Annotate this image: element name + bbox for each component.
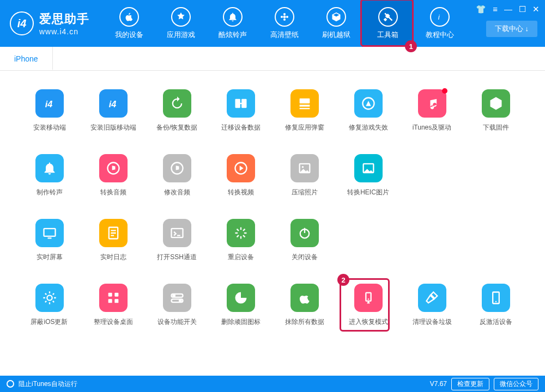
- box-icon: [326, 7, 346, 27]
- svg-text:i4: i4: [108, 99, 116, 109]
- tool-deactivate[interactable]: 反激活设备: [464, 284, 528, 327]
- tool-edit-audio[interactable]: 修改音频: [145, 154, 209, 197]
- tool-convert-audio[interactable]: 转换音频: [81, 154, 145, 197]
- power-icon: [290, 219, 319, 247]
- grid-icon: [99, 284, 128, 312]
- svg-rect-10: [299, 99, 310, 103]
- tool-label: 修改音频: [164, 188, 190, 197]
- svg-point-18: [301, 166, 304, 168]
- tool-label: 设备功能开关: [158, 317, 197, 327]
- svg-point-45: [495, 301, 496, 302]
- tool-label: 抹除所有数据: [285, 317, 324, 327]
- tool-label: 下载固件: [483, 123, 509, 132]
- menu-icon[interactable]: ≡: [493, 4, 498, 14]
- tool-convert-heic[interactable]: 转换HEIC图片: [336, 154, 400, 197]
- close-button[interactable]: ✕: [532, 4, 540, 14]
- svg-rect-20: [44, 229, 55, 236]
- logo-icon: i4: [10, 11, 34, 35]
- app-title: 爱思助手: [39, 11, 89, 27]
- tool-label: 打开SSH通道: [157, 253, 197, 262]
- nav-label: 教程中心: [426, 30, 454, 40]
- tool-label: 实时日志: [100, 253, 126, 262]
- tool-live-screen[interactable]: 实时屏幕: [17, 219, 81, 262]
- nav-apps-games[interactable]: 应用游戏: [155, 0, 207, 47]
- nav-ringtones[interactable]: 酷炫铃声: [207, 0, 258, 47]
- tool-arrange-desktop[interactable]: 整理设备桌面: [81, 284, 145, 327]
- tool-fix-app-popup[interactable]: 修复应用弹窗: [272, 89, 336, 132]
- tool-label: 制作铃声: [37, 188, 63, 197]
- svg-point-43: [367, 298, 368, 299]
- tool-fix-game[interactable]: 修复游戏失效: [336, 89, 400, 132]
- tool-install-old-mobile[interactable]: i4安装旧版移动端: [81, 89, 145, 132]
- tool-backup-restore[interactable]: 备份/恢复数据: [145, 89, 209, 132]
- nav-tutorials[interactable]: i 教程中心: [414, 0, 465, 47]
- tool-delete-stubborn-icons[interactable]: 删除顽固图标: [209, 284, 272, 327]
- tool-make-ringtone[interactable]: 制作铃声: [17, 154, 81, 197]
- nav-label: 高清壁纸: [270, 30, 299, 40]
- tool-recovery-mode[interactable]: 进入恢复模式 2: [336, 284, 400, 327]
- tool-erase-all[interactable]: 抹除所有数据: [272, 284, 336, 327]
- svg-rect-11: [299, 105, 310, 107]
- toggle-icon: [163, 284, 191, 312]
- nav-wallpapers[interactable]: 高清壁纸: [258, 0, 310, 47]
- version-label: V7.67: [430, 380, 447, 388]
- tool-feature-switch[interactable]: 设备功能开关: [145, 284, 209, 327]
- bell-icon: [223, 7, 243, 27]
- tool-label: 清理设备垃圾: [413, 317, 452, 327]
- shirt-icon[interactable]: 👕: [476, 4, 486, 14]
- svg-rect-36: [108, 299, 112, 303]
- terminal-icon: [163, 219, 191, 247]
- tool-label: 安装旧版移动端: [90, 123, 136, 132]
- download-center-button[interactable]: 下载中心 ↓: [486, 21, 537, 37]
- tool-restart[interactable]: 重启设备: [209, 219, 272, 262]
- tool-convert-video[interactable]: 转换视频: [209, 154, 272, 197]
- apple-icon: [290, 284, 319, 312]
- tool-shutdown[interactable]: 关闭设备: [272, 219, 336, 262]
- notification-dot: [442, 88, 447, 94]
- appleid-icon: [290, 89, 319, 118]
- minimize-button[interactable]: —: [504, 4, 512, 14]
- appstore-icon: [354, 89, 383, 118]
- block-itunes-toggle[interactable]: 阻止iTunes自动运行: [19, 379, 77, 389]
- nav-label: 酷炫铃声: [219, 30, 247, 40]
- svg-point-41: [178, 299, 181, 302]
- app-subtitle: www.i4.cn: [39, 27, 89, 36]
- flower-icon: [275, 7, 294, 27]
- broom-icon: [418, 284, 446, 312]
- svg-text:i: i: [438, 13, 440, 21]
- tool-download-firmware[interactable]: 下载固件: [464, 89, 528, 132]
- tool-clean-junk[interactable]: 清理设备垃圾: [400, 284, 464, 327]
- nav-label: 工具箱: [377, 30, 398, 40]
- tool-open-ssh[interactable]: 打开SSH通道: [145, 219, 209, 262]
- svg-text:i4: i4: [45, 99, 52, 109]
- tool-install-mobile[interactable]: i4安装移动端: [17, 89, 81, 132]
- svg-point-39: [172, 294, 175, 297]
- monitor-icon: [35, 219, 64, 247]
- check-update-button[interactable]: 检查更新: [451, 378, 489, 390]
- tool-label: 实时屏幕: [37, 253, 63, 262]
- tool-label: 进入恢复模式: [349, 317, 388, 327]
- wechat-button[interactable]: 微信公众号: [494, 378, 538, 390]
- status-bar: 阻止iTunes自动运行 V7.67 检查更新 微信公众号: [0, 376, 545, 392]
- tool-label: 修复游戏失效: [349, 123, 388, 132]
- nav-flash-jailbreak[interactable]: 刷机越狱: [310, 0, 362, 47]
- nav-toolbox[interactable]: 工具箱 1: [362, 0, 414, 47]
- tool-label: 压缩照片: [292, 188, 318, 197]
- maximize-button[interactable]: ☐: [519, 4, 526, 14]
- tool-migrate[interactable]: 迁移设备数据: [209, 89, 272, 132]
- tool-live-log[interactable]: 实时日志: [81, 219, 145, 262]
- tab-iphone[interactable]: iPhone: [0, 47, 53, 70]
- tool-label: 转换HEIC图片: [347, 188, 389, 197]
- tool-label: 修复应用弹窗: [285, 123, 324, 132]
- tool-compress-photo[interactable]: 压缩照片: [272, 154, 336, 197]
- i4-icon: i4: [35, 89, 64, 118]
- top-bar: i4 爱思助手 www.i4.cn 我的设备 应用游戏 酷炫铃声 高清壁纸 刷机…: [0, 0, 545, 47]
- svg-point-2: [283, 19, 285, 21]
- tool-itunes-driver[interactable]: iTunes及驱动: [400, 89, 464, 132]
- svg-rect-35: [114, 293, 118, 297]
- cube-icon: [482, 89, 510, 118]
- nav-label: 应用游戏: [167, 30, 195, 40]
- svg-point-0: [283, 16, 286, 19]
- tool-block-ios-update[interactable]: 屏蔽iOS更新: [17, 284, 81, 327]
- nav-my-device[interactable]: 我的设备: [103, 0, 155, 47]
